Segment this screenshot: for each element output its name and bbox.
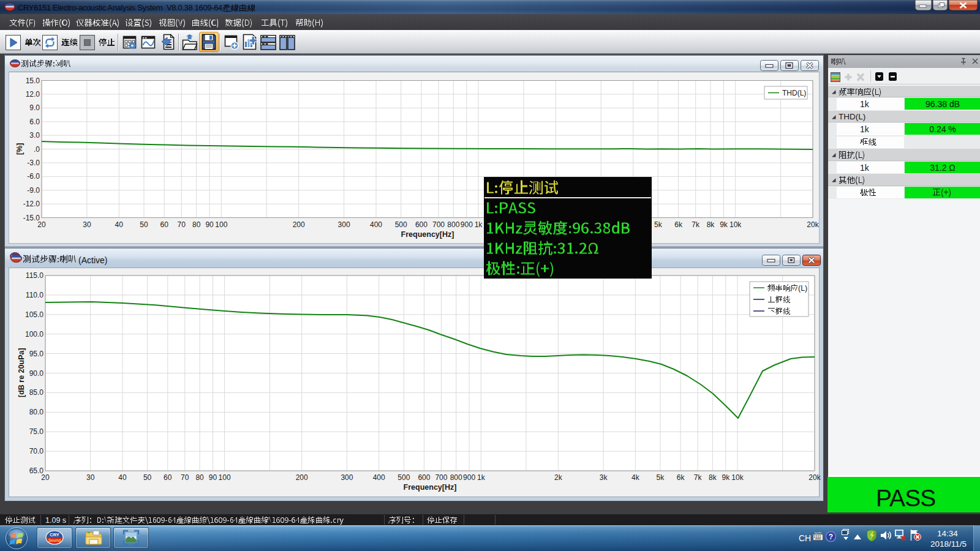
svg-text:8k: 8k [707, 220, 715, 229]
svg-text:80.0: 80.0 [29, 408, 44, 416]
svg-text:7k: 7k [694, 473, 703, 482]
svg-text:Frequency[Hz]: Frequency[Hz] [404, 483, 457, 492]
svg-text:8k: 8k [709, 473, 717, 482]
svg-text:70: 70 [178, 220, 186, 229]
svg-text:105.0: 105.0 [25, 310, 43, 319]
svg-text:90: 90 [209, 473, 217, 482]
svg-text:6.0: 6.0 [29, 118, 40, 126]
svg-text:700: 700 [435, 473, 447, 482]
svg-text:1k: 1k [475, 220, 483, 229]
svg-text:Frequency[Hz]: Frequency[Hz] [401, 230, 454, 239]
svg-text:5k: 5k [654, 220, 663, 229]
svg-text:7k: 7k [692, 220, 700, 229]
svg-text:40: 40 [115, 220, 124, 229]
svg-text:800: 800 [450, 473, 462, 482]
svg-text:80: 80 [192, 220, 201, 229]
svg-text:THD(L): THD(L) [782, 89, 806, 97]
svg-text:10k: 10k [729, 220, 742, 229]
svg-text:70.0: 70.0 [29, 447, 44, 455]
svg-text:20k: 20k [809, 473, 821, 482]
svg-text:70: 70 [181, 473, 189, 482]
svg-text:95.0: 95.0 [29, 350, 44, 358]
svg-text:20: 20 [37, 220, 46, 229]
svg-text:20: 20 [41, 473, 50, 482]
svg-text:6k: 6k [674, 220, 683, 229]
svg-text:12.0: 12.0 [26, 90, 40, 99]
svg-text:400: 400 [370, 220, 382, 229]
svg-text:60: 60 [164, 473, 172, 482]
svg-text:110.0: 110.0 [26, 291, 43, 299]
svg-text:9k: 9k [722, 473, 730, 482]
svg-text:40: 40 [118, 473, 127, 482]
svg-text:90.0: 90.0 [29, 369, 44, 378]
svg-text:15.0: 15.0 [26, 77, 40, 85]
svg-text:1k: 1k [477, 473, 486, 482]
svg-text:500: 500 [398, 473, 410, 482]
svg-text:CRY: CRY [50, 532, 59, 538]
svg-text:-6.0: -6.0 [27, 172, 40, 181]
svg-text:?: ? [829, 533, 833, 541]
svg-text:200: 200 [293, 220, 305, 229]
svg-text:300: 300 [338, 220, 350, 229]
svg-text:300: 300 [341, 473, 353, 482]
svg-text:5k: 5k [657, 473, 665, 482]
svg-text:80: 80 [195, 473, 204, 482]
svg-text:Sound: Sound [48, 538, 61, 542]
svg-text:115.0: 115.0 [26, 271, 43, 280]
svg-text:60: 60 [160, 220, 169, 229]
svg-text:800: 800 [447, 220, 459, 229]
svg-text:50: 50 [140, 220, 148, 229]
svg-text:20k: 20k [807, 220, 819, 229]
svg-text:30: 30 [83, 220, 91, 229]
svg-text:10k: 10k [731, 473, 744, 482]
svg-text:2k: 2k [554, 473, 563, 482]
svg-text:600: 600 [415, 220, 428, 229]
svg-text:100.0: 100.0 [25, 330, 43, 339]
svg-text:3.0: 3.0 [29, 131, 40, 140]
svg-text:75.0: 75.0 [29, 427, 44, 436]
svg-text:9k: 9k [720, 220, 728, 229]
svg-text:.0: .0 [34, 145, 40, 154]
svg-text:400: 400 [373, 473, 385, 482]
svg-text:200: 200 [296, 473, 308, 482]
svg-text:700: 700 [432, 220, 445, 229]
svg-text:4k: 4k [631, 473, 640, 482]
svg-text:85.0: 85.0 [29, 388, 44, 397]
svg-text:9.0: 9.0 [29, 103, 40, 112]
svg-text:90: 90 [205, 220, 214, 229]
svg-text:900: 900 [463, 473, 475, 482]
svg-text:50: 50 [143, 473, 152, 482]
svg-text:500: 500 [395, 220, 407, 229]
svg-text:6k: 6k [677, 473, 685, 482]
svg-text:30: 30 [86, 473, 95, 482]
svg-text:-3.0: -3.0 [27, 159, 40, 167]
svg-text:-9.0: -9.0 [27, 186, 40, 195]
svg-text:100: 100 [215, 220, 227, 229]
svg-text:100: 100 [219, 473, 231, 482]
svg-text:-12.0: -12.0 [23, 200, 40, 208]
svg-text:900: 900 [461, 220, 473, 229]
svg-text:600: 600 [418, 473, 430, 482]
svg-text:3k: 3k [600, 473, 608, 482]
